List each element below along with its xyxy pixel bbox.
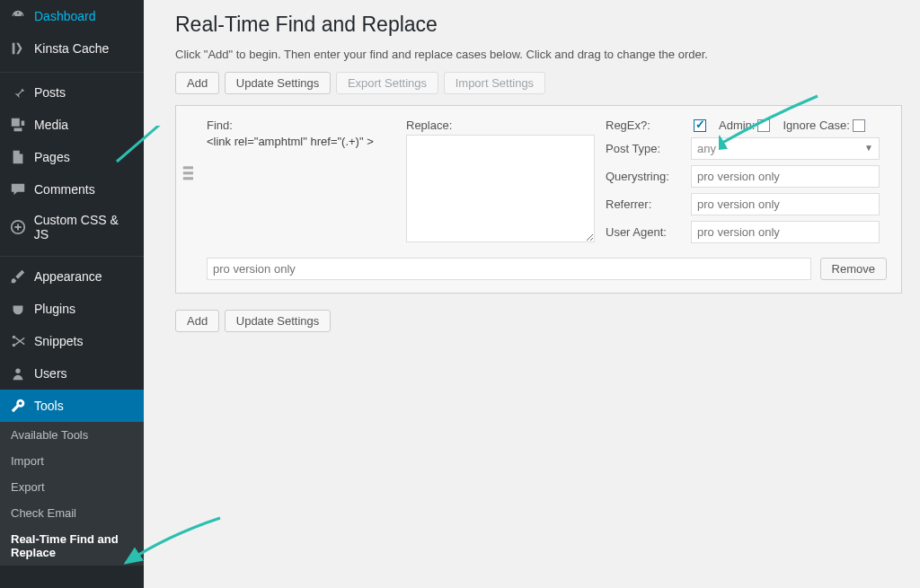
page-description: Click "Add" to begin. Then enter your fi… (175, 48, 902, 61)
import-settings-button[interactable]: Import Settings (444, 72, 545, 94)
menu-separator (0, 252, 144, 257)
remove-button[interactable]: Remove (820, 258, 887, 280)
replace-textarea[interactable] (406, 135, 595, 242)
svg-point-3 (15, 369, 20, 373)
referrer-input[interactable] (691, 193, 880, 215)
users-icon (9, 364, 27, 382)
media-icon (9, 116, 27, 134)
useragent-input[interactable] (691, 221, 880, 243)
menu-label: Tools (34, 399, 64, 413)
submenu-import[interactable]: Import (0, 448, 144, 474)
admin-sidebar: Dashboard Kinsta Cache Posts Media Pages… (0, 0, 144, 588)
menu-label: Custom CSS & JS (34, 213, 135, 241)
find-textarea[interactable]: <link rel="amphtml" href="(.+)" > (207, 135, 395, 148)
querystring-label: Querystring: (606, 170, 691, 183)
plug-icon (9, 300, 27, 318)
main-content: Real-Time Find and Replace Click "Add" t… (144, 0, 920, 361)
menu-label: Comments (34, 182, 95, 197)
menu-pages[interactable]: Pages (0, 141, 144, 173)
replace-label: Replace: (406, 118, 595, 132)
regex-checkbox[interactable] (694, 119, 706, 132)
menu-tools[interactable]: Tools (0, 390, 144, 422)
export-settings-button[interactable]: Export Settings (336, 72, 438, 94)
ignorecase-label: Ignore Case: (783, 118, 849, 132)
referrer-label: Referrer: (606, 197, 691, 211)
menu-customcss[interactable]: Custom CSS & JS (0, 206, 144, 249)
pin-icon (9, 83, 27, 101)
regex-label: RegEx?: (606, 118, 691, 132)
ignorecase-checkbox[interactable] (853, 119, 865, 132)
posttype-select[interactable]: any (691, 137, 880, 160)
menu-label: Snippets (34, 334, 83, 348)
useragent-label: User Agent: (606, 225, 691, 239)
find-text: ="(.+)" > (331, 135, 374, 148)
plus-icon (9, 218, 27, 236)
tools-submenu: Available Tools Import Export Check Emai… (0, 422, 144, 566)
svg-point-2 (13, 344, 16, 347)
menu-label: Pages (34, 150, 70, 164)
find-text-err: amphtml (258, 135, 303, 148)
menu-label: Posts (34, 85, 66, 100)
menu-posts[interactable]: Posts (0, 76, 144, 109)
find-text-err: href (310, 135, 330, 148)
page-icon (9, 148, 27, 166)
add-button[interactable]: Add (175, 72, 219, 94)
menu-kinsta[interactable]: Kinsta Cache (0, 32, 144, 65)
svg-point-1 (13, 336, 16, 339)
menu-label: Media (34, 118, 68, 132)
drag-handle-icon[interactable]: ━━━ (183, 165, 194, 181)
menu-comments[interactable]: Comments (0, 173, 144, 206)
menu-separator (0, 68, 144, 73)
admin-checkbox[interactable] (757, 119, 770, 132)
brush-icon (9, 268, 27, 285)
menu-plugins[interactable]: Plugins (0, 293, 144, 325)
update-settings-button[interactable]: Update Settings (225, 72, 332, 94)
page-title: Real-Time Find and Replace (175, 13, 902, 37)
submenu-available[interactable]: Available Tools (0, 422, 144, 448)
menu-label: Users (34, 366, 67, 381)
menu-label: Appearance (34, 269, 102, 284)
menu-label: Dashboard (34, 9, 96, 23)
posttype-label: Post Type: (606, 142, 691, 155)
kinsta-icon (9, 39, 27, 57)
find-label: Find: (207, 118, 395, 132)
bottom-button-row: Add Update Settings (175, 310, 902, 332)
submenu-export[interactable]: Export (0, 474, 144, 500)
admin-label: Admin: (719, 118, 755, 132)
menu-label: Plugins (34, 302, 75, 316)
add-button-bottom[interactable]: Add (175, 310, 219, 332)
menu-label: Kinsta Cache (34, 41, 109, 56)
menu-dashboard[interactable]: Dashboard (0, 0, 144, 32)
submenu-rtfr[interactable]: Real-Time Find and Replace (0, 526, 144, 566)
top-button-row: Add Update Settings Export Settings Impo… (175, 72, 902, 94)
querystring-input[interactable] (691, 165, 880, 188)
wrench-icon (9, 397, 27, 415)
menu-appearance[interactable]: Appearance (0, 260, 144, 293)
scissors-icon (9, 332, 27, 350)
dashboard-icon (9, 7, 27, 25)
menu-users[interactable]: Users (0, 357, 144, 390)
comment-icon (9, 180, 27, 198)
update-settings-button-bottom[interactable]: Update Settings (225, 310, 332, 332)
rule-panel: ━━━ Find: <link rel="amphtml" href="(.+)… (175, 105, 902, 294)
submenu-checkemail[interactable]: Check Email (0, 500, 144, 526)
menu-media[interactable]: Media (0, 109, 144, 141)
notes-input[interactable] (207, 258, 811, 280)
menu-snippets[interactable]: Snippets (0, 325, 144, 357)
find-text: <link rel=" (207, 135, 258, 148)
